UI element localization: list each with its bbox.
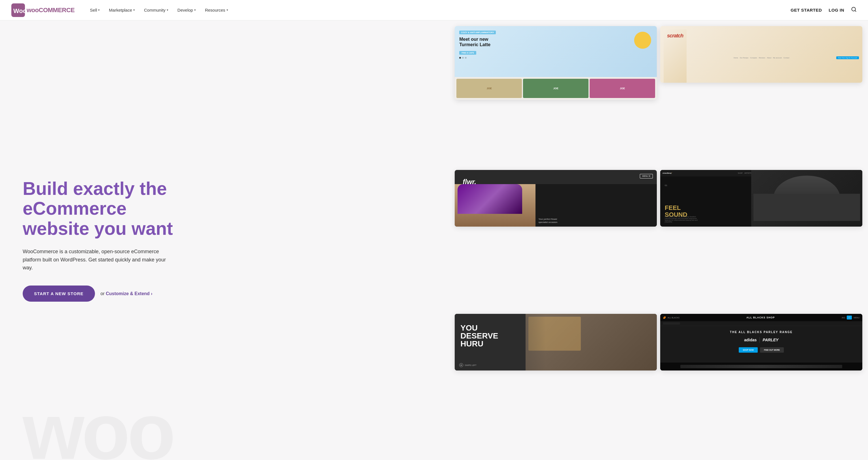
hero-section: Build exactly the eCommerce website you … (0, 21, 868, 460)
hero-cta: START A NEW STORE or Customize & Extend … (23, 286, 434, 302)
dot-2 (462, 57, 464, 59)
nav-links: Sell ▾ Marketplace ▾ Community ▾ Develop… (86, 5, 790, 15)
start-store-button[interactable]: START A NEW STORE (23, 286, 95, 302)
chevron-down-icon: ▾ (133, 8, 135, 12)
chevron-down-icon: ▾ (194, 8, 196, 12)
login-button[interactable]: LOG IN (829, 8, 844, 12)
shop-now-button[interactable]: SHOP NOW (739, 347, 758, 353)
screenshot-scratch[interactable]: scratch HomeOur RecipeCompareReviewsAbou… (660, 26, 862, 83)
allblacks-shop-title: ALL BLACKS SHOP (746, 316, 775, 319)
allblacks-subnav (660, 321, 862, 326)
turmeric-tag: COZY & ANTI-INFLAMMATORY (459, 31, 496, 34)
strandberg-nav-number: 01 (665, 184, 667, 187)
svg-line-3 (855, 10, 856, 11)
scratch-nav: HomeOur RecipeCompareReviewsAboutMy acco… (734, 57, 789, 59)
coffee-bag-1: JOE (456, 79, 522, 98)
allblacks-footer-strip (660, 363, 862, 370)
svg-text:Woo: Woo (13, 7, 25, 14)
screenshot-turmeric[interactable]: COZY & ANTI-INFLAMMATORY Meet our newTur… (455, 26, 657, 100)
allblacks-logos: adidas PARLEY (660, 337, 862, 343)
nav-item-community[interactable]: Community ▾ (140, 5, 172, 15)
play-icon: ▶ (459, 363, 463, 367)
customize-extend-link[interactable]: Customize & Extend › (106, 291, 152, 296)
chevron-down-icon: ▾ (226, 8, 228, 12)
logo-text: wooCOMMERCE (27, 6, 74, 14)
find-cafe-button[interactable]: FIND A CAFE (459, 51, 476, 55)
search-button[interactable] (851, 6, 857, 13)
search-icon (851, 6, 857, 12)
scratch-trial-btn[interactable]: Start free dog for Account (836, 56, 859, 59)
flwr-image: Your perfect flowerspecialist occasion (455, 184, 657, 227)
allblacks-buttons: SHOP NOW FIND OUT MORE (660, 347, 862, 353)
huru-headline: YOUDESERVEHURU (460, 324, 498, 348)
turmeric-title: Meet our newTurmeric Latte (459, 37, 652, 47)
logo-link[interactable]: Woo wooCOMMERCE (11, 3, 74, 17)
find-out-more-button[interactable]: FIND OUT MORE (760, 347, 784, 353)
strandberg-tagline: Distinguished by the demanding Swedish i… (665, 216, 699, 223)
nav-actions: GET STARTED LOG IN (790, 6, 857, 13)
allblacks-tagline: THE ALL BLACKS PARLEY RANGE (660, 331, 862, 334)
chevron-down-icon: ▾ (98, 8, 100, 12)
nav-item-resources[interactable]: Resources ▾ (201, 5, 232, 15)
coffee-bag-2: JOE (523, 79, 588, 98)
dot-3 (465, 57, 467, 59)
coffee-bag-3: JOE (590, 79, 655, 98)
screenshot-huru[interactable]: YOUDESERVEHURU ▶ SWIPE LEFT (455, 314, 657, 370)
huru-swipe: ▶ SWIPE LEFT (459, 363, 476, 367)
divider (760, 337, 760, 343)
parley-logo: PARLEY (763, 338, 778, 342)
hero-left: Build exactly the eCommerce website you … (0, 21, 451, 460)
nav-item-develop[interactable]: Develop ▾ (174, 5, 200, 15)
screenshot-strandberg[interactable]: strandberg* SHOPARTISTSMAGAZINEDEALERSSU… (660, 170, 862, 227)
chevron-down-icon: ▾ (167, 8, 168, 12)
nav-item-sell[interactable]: Sell ▾ (86, 5, 104, 15)
hero-title: Build exactly the eCommerce website you … (23, 179, 181, 238)
screenshot-allblacks[interactable]: 🏉 ALL BLACKS ALL BLACKS SHOP AIG 🛒 MENU (660, 314, 862, 370)
scratch-logo: scratch (663, 29, 687, 83)
nav-item-marketplace[interactable]: Marketplace ▾ (105, 5, 139, 15)
arrow-icon: › (151, 291, 152, 296)
cart-icon[interactable]: 🛒 (847, 316, 852, 320)
dot-1 (459, 57, 461, 59)
cta-secondary-text: or Customize & Extend › (101, 291, 153, 296)
screenshot-flwr[interactable]: flwr. MENU ☰ Your perfect flowerspeciali… (455, 170, 657, 227)
bowl-icon (634, 32, 651, 49)
allblacks-header: 🏉 ALL BLACKS ALL BLACKS SHOP AIG 🛒 MENU (660, 314, 862, 321)
woo-logo-icon: Woo (11, 3, 25, 17)
hero-watermark: woo (23, 386, 173, 460)
hero-screenshots: COZY & ANTI-INFLAMMATORY Meet our newTur… (451, 21, 868, 460)
strandberg-person (751, 170, 862, 227)
get-started-button[interactable]: GET STARTED (790, 8, 822, 12)
main-nav: Woo wooCOMMERCE Sell ▾ Marketplace ▾ Com… (0, 0, 868, 21)
hero-subtitle: WooCommerce is a customizable, open-sour… (23, 248, 170, 272)
flwr-menu[interactable]: MENU ☰ (640, 174, 653, 178)
adidas-logo: adidas (744, 338, 756, 342)
